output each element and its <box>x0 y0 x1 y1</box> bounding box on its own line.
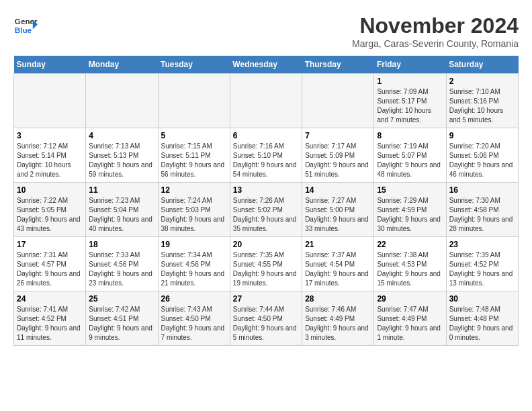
day-info: Sunrise: 7:27 AMSunset: 5:00 PMDaylight:… <box>305 196 371 234</box>
day-info: Sunrise: 7:48 AMSunset: 4:48 PMDaylight:… <box>449 305 515 342</box>
day-number: 14 <box>305 185 371 195</box>
day-info: Sunrise: 7:12 AMSunset: 5:14 PMDaylight:… <box>17 142 83 179</box>
day-number: 13 <box>233 185 299 195</box>
table-row: 28Sunrise: 7:46 AMSunset: 4:49 PMDayligh… <box>302 291 374 346</box>
table-row: 5Sunrise: 7:15 AMSunset: 5:11 PMDaylight… <box>158 128 230 183</box>
table-row: 26Sunrise: 7:43 AMSunset: 4:50 PMDayligh… <box>158 291 230 346</box>
day-number: 3 <box>17 131 83 140</box>
svg-text:Blue: Blue <box>15 26 32 34</box>
day-info: Sunrise: 7:38 AMSunset: 4:53 PMDaylight:… <box>377 250 443 288</box>
day-number: 1 <box>377 77 443 86</box>
week-row-2: 3Sunrise: 7:12 AMSunset: 5:14 PMDaylight… <box>14 128 519 183</box>
col-monday: Monday <box>86 56 158 74</box>
day-info: Sunrise: 7:33 AMSunset: 4:56 PMDaylight:… <box>89 250 154 288</box>
calendar-table: Sunday Monday Tuesday Wednesday Thursday… <box>13 56 519 346</box>
table-row: 4Sunrise: 7:13 AMSunset: 5:13 PMDaylight… <box>86 128 158 183</box>
col-tuesday: Tuesday <box>158 56 230 74</box>
day-number: 5 <box>161 131 227 140</box>
day-number: 17 <box>17 240 83 249</box>
day-number: 11 <box>89 185 154 195</box>
subtitle: Marga, Caras-Severin County, Romania <box>352 38 519 49</box>
day-number: 7 <box>305 131 371 140</box>
day-number: 4 <box>89 131 154 140</box>
day-number: 26 <box>161 294 227 304</box>
table-row: 18Sunrise: 7:33 AMSunset: 4:56 PMDayligh… <box>86 237 158 291</box>
table-row: 25Sunrise: 7:42 AMSunset: 4:51 PMDayligh… <box>86 291 158 346</box>
table-row <box>158 74 230 128</box>
day-info: Sunrise: 7:15 AMSunset: 5:11 PMDaylight:… <box>161 142 227 179</box>
day-info: Sunrise: 7:44 AMSunset: 4:50 PMDaylight:… <box>233 305 299 342</box>
day-number: 18 <box>89 240 154 249</box>
table-row: 8Sunrise: 7:19 AMSunset: 5:07 PMDaylight… <box>374 128 446 183</box>
table-row: 3Sunrise: 7:12 AMSunset: 5:14 PMDaylight… <box>14 128 86 183</box>
day-info: Sunrise: 7:20 AMSunset: 5:06 PMDaylight:… <box>449 142 515 179</box>
day-number: 29 <box>377 294 443 304</box>
day-number: 22 <box>377 240 443 249</box>
table-row: 2Sunrise: 7:10 AMSunset: 5:16 PMDaylight… <box>446 74 518 128</box>
day-info: Sunrise: 7:35 AMSunset: 4:55 PMDaylight:… <box>233 250 299 288</box>
table-row: 30Sunrise: 7:48 AMSunset: 4:48 PMDayligh… <box>446 291 518 346</box>
day-number: 27 <box>233 294 299 304</box>
main-title: November 2024 <box>352 13 519 38</box>
table-row: 20Sunrise: 7:35 AMSunset: 4:55 PMDayligh… <box>230 237 302 291</box>
day-number: 16 <box>449 185 515 195</box>
col-saturday: Saturday <box>446 56 518 74</box>
logo-icon: General Blue <box>13 13 38 38</box>
table-row: 19Sunrise: 7:34 AMSunset: 4:56 PMDayligh… <box>158 237 230 291</box>
table-row <box>86 74 158 128</box>
table-row: 15Sunrise: 7:29 AMSunset: 4:59 PMDayligh… <box>374 183 446 237</box>
day-number: 12 <box>161 185 227 195</box>
table-row: 6Sunrise: 7:16 AMSunset: 5:10 PMDaylight… <box>230 128 302 183</box>
calendar-header: Sunday Monday Tuesday Wednesday Thursday… <box>14 56 519 74</box>
day-info: Sunrise: 7:09 AMSunset: 5:17 PMDaylight:… <box>377 87 443 125</box>
day-number: 15 <box>377 185 443 195</box>
day-info: Sunrise: 7:29 AMSunset: 4:59 PMDaylight:… <box>377 196 443 234</box>
table-row: 24Sunrise: 7:41 AMSunset: 4:52 PMDayligh… <box>14 291 86 346</box>
table-row: 11Sunrise: 7:23 AMSunset: 5:04 PMDayligh… <box>86 183 158 237</box>
day-info: Sunrise: 7:16 AMSunset: 5:10 PMDaylight:… <box>233 142 299 179</box>
day-number: 28 <box>305 294 371 304</box>
day-number: 10 <box>17 185 83 195</box>
day-number: 9 <box>449 131 515 140</box>
table-row: 13Sunrise: 7:26 AMSunset: 5:02 PMDayligh… <box>230 183 302 237</box>
day-info: Sunrise: 7:22 AMSunset: 5:05 PMDaylight:… <box>17 196 83 234</box>
table-row: 12Sunrise: 7:24 AMSunset: 5:03 PMDayligh… <box>158 183 230 237</box>
table-row: 29Sunrise: 7:47 AMSunset: 4:49 PMDayligh… <box>374 291 446 346</box>
day-number: 20 <box>233 240 299 249</box>
day-info: Sunrise: 7:13 AMSunset: 5:13 PMDaylight:… <box>89 142 154 179</box>
header: General Blue November 2024 Marga, Caras-… <box>13 13 519 49</box>
day-info: Sunrise: 7:41 AMSunset: 4:52 PMDaylight:… <box>17 305 83 342</box>
day-info: Sunrise: 7:10 AMSunset: 5:16 PMDaylight:… <box>449 87 515 125</box>
col-sunday: Sunday <box>14 56 86 74</box>
day-info: Sunrise: 7:23 AMSunset: 5:04 PMDaylight:… <box>89 196 154 234</box>
col-thursday: Thursday <box>302 56 374 74</box>
day-info: Sunrise: 7:17 AMSunset: 5:09 PMDaylight:… <box>305 142 371 179</box>
table-row <box>230 74 302 128</box>
calendar-body: 1Sunrise: 7:09 AMSunset: 5:17 PMDaylight… <box>14 74 519 346</box>
table-row: 10Sunrise: 7:22 AMSunset: 5:05 PMDayligh… <box>14 183 86 237</box>
day-info: Sunrise: 7:26 AMSunset: 5:02 PMDaylight:… <box>233 196 299 234</box>
week-row-1: 1Sunrise: 7:09 AMSunset: 5:17 PMDaylight… <box>14 74 519 128</box>
table-row: 14Sunrise: 7:27 AMSunset: 5:00 PMDayligh… <box>302 183 374 237</box>
day-number: 21 <box>305 240 371 249</box>
day-number: 19 <box>161 240 227 249</box>
day-info: Sunrise: 7:47 AMSunset: 4:49 PMDaylight:… <box>377 305 443 342</box>
table-row: 22Sunrise: 7:38 AMSunset: 4:53 PMDayligh… <box>374 237 446 291</box>
day-info: Sunrise: 7:46 AMSunset: 4:49 PMDaylight:… <box>305 305 371 342</box>
table-row: 27Sunrise: 7:44 AMSunset: 4:50 PMDayligh… <box>230 291 302 346</box>
table-row: 1Sunrise: 7:09 AMSunset: 5:17 PMDaylight… <box>374 74 446 128</box>
table-row <box>302 74 374 128</box>
day-info: Sunrise: 7:42 AMSunset: 4:51 PMDaylight:… <box>89 305 154 342</box>
table-row: 9Sunrise: 7:20 AMSunset: 5:06 PMDaylight… <box>446 128 518 183</box>
week-row-5: 24Sunrise: 7:41 AMSunset: 4:52 PMDayligh… <box>14 291 519 346</box>
table-row: 7Sunrise: 7:17 AMSunset: 5:09 PMDaylight… <box>302 128 374 183</box>
col-friday: Friday <box>374 56 446 74</box>
day-info: Sunrise: 7:30 AMSunset: 4:58 PMDaylight:… <box>449 196 515 234</box>
day-info: Sunrise: 7:43 AMSunset: 4:50 PMDaylight:… <box>161 305 227 342</box>
day-info: Sunrise: 7:39 AMSunset: 4:52 PMDaylight:… <box>449 250 515 288</box>
day-number: 24 <box>17 294 83 304</box>
week-row-4: 17Sunrise: 7:31 AMSunset: 4:57 PMDayligh… <box>14 237 519 291</box>
table-row: 21Sunrise: 7:37 AMSunset: 4:54 PMDayligh… <box>302 237 374 291</box>
table-row: 16Sunrise: 7:30 AMSunset: 4:58 PMDayligh… <box>446 183 518 237</box>
table-row: 23Sunrise: 7:39 AMSunset: 4:52 PMDayligh… <box>446 237 518 291</box>
